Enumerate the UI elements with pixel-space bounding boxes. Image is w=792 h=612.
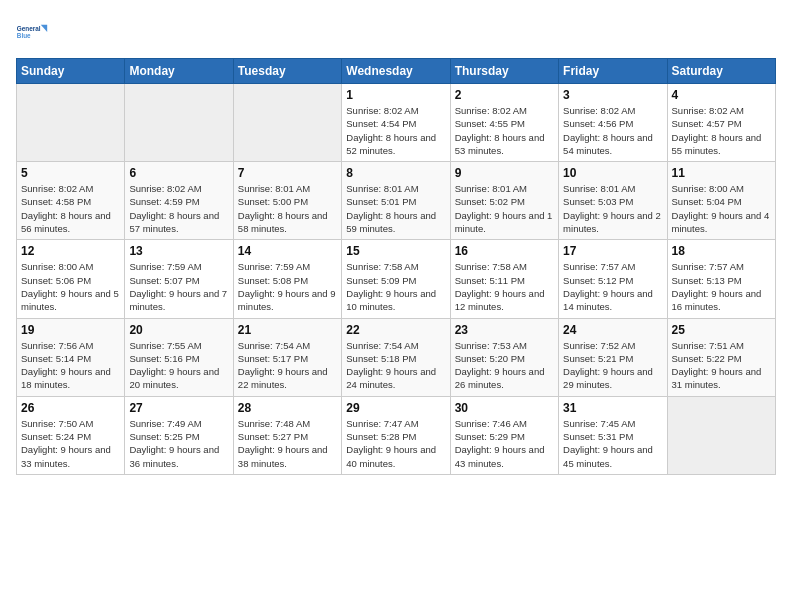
day-number: 7: [238, 166, 337, 180]
calendar-cell: 21Sunrise: 7:54 AM Sunset: 5:17 PM Dayli…: [233, 318, 341, 396]
day-number: 10: [563, 166, 662, 180]
calendar-cell: 12Sunrise: 8:00 AM Sunset: 5:06 PM Dayli…: [17, 240, 125, 318]
page-header: GeneralBlue: [16, 16, 776, 48]
calendar-cell: 10Sunrise: 8:01 AM Sunset: 5:03 PM Dayli…: [559, 162, 667, 240]
day-number: 1: [346, 88, 445, 102]
day-info: Sunrise: 8:00 AM Sunset: 5:04 PM Dayligh…: [672, 182, 771, 235]
day-number: 9: [455, 166, 554, 180]
calendar-cell: 17Sunrise: 7:57 AM Sunset: 5:12 PM Dayli…: [559, 240, 667, 318]
calendar-cell: 7Sunrise: 8:01 AM Sunset: 5:00 PM Daylig…: [233, 162, 341, 240]
day-number: 30: [455, 401, 554, 415]
calendar-cell: 27Sunrise: 7:49 AM Sunset: 5:25 PM Dayli…: [125, 396, 233, 474]
day-number: 21: [238, 323, 337, 337]
day-info: Sunrise: 7:45 AM Sunset: 5:31 PM Dayligh…: [563, 417, 662, 470]
day-info: Sunrise: 7:54 AM Sunset: 5:18 PM Dayligh…: [346, 339, 445, 392]
calendar-cell: 6Sunrise: 8:02 AM Sunset: 4:59 PM Daylig…: [125, 162, 233, 240]
calendar-cell: 19Sunrise: 7:56 AM Sunset: 5:14 PM Dayli…: [17, 318, 125, 396]
weekday-header-wednesday: Wednesday: [342, 59, 450, 84]
logo-icon: GeneralBlue: [16, 16, 48, 48]
day-info: Sunrise: 7:59 AM Sunset: 5:07 PM Dayligh…: [129, 260, 228, 313]
day-number: 6: [129, 166, 228, 180]
day-number: 16: [455, 244, 554, 258]
calendar-cell: 18Sunrise: 7:57 AM Sunset: 5:13 PM Dayli…: [667, 240, 775, 318]
day-info: Sunrise: 7:51 AM Sunset: 5:22 PM Dayligh…: [672, 339, 771, 392]
day-number: 23: [455, 323, 554, 337]
day-info: Sunrise: 8:00 AM Sunset: 5:06 PM Dayligh…: [21, 260, 120, 313]
day-info: Sunrise: 8:02 AM Sunset: 4:54 PM Dayligh…: [346, 104, 445, 157]
calendar-cell: 2Sunrise: 8:02 AM Sunset: 4:55 PM Daylig…: [450, 84, 558, 162]
day-info: Sunrise: 7:50 AM Sunset: 5:24 PM Dayligh…: [21, 417, 120, 470]
day-number: 18: [672, 244, 771, 258]
day-number: 26: [21, 401, 120, 415]
day-info: Sunrise: 7:56 AM Sunset: 5:14 PM Dayligh…: [21, 339, 120, 392]
calendar-cell: 16Sunrise: 7:58 AM Sunset: 5:11 PM Dayli…: [450, 240, 558, 318]
svg-text:General: General: [17, 25, 41, 32]
logo: GeneralBlue: [16, 16, 48, 48]
calendar-cell: [667, 396, 775, 474]
calendar-cell: 15Sunrise: 7:58 AM Sunset: 5:09 PM Dayli…: [342, 240, 450, 318]
day-info: Sunrise: 8:02 AM Sunset: 4:57 PM Dayligh…: [672, 104, 771, 157]
calendar-cell: 14Sunrise: 7:59 AM Sunset: 5:08 PM Dayli…: [233, 240, 341, 318]
calendar-cell: 23Sunrise: 7:53 AM Sunset: 5:20 PM Dayli…: [450, 318, 558, 396]
day-info: Sunrise: 8:02 AM Sunset: 4:55 PM Dayligh…: [455, 104, 554, 157]
day-info: Sunrise: 7:46 AM Sunset: 5:29 PM Dayligh…: [455, 417, 554, 470]
weekday-header-sunday: Sunday: [17, 59, 125, 84]
day-info: Sunrise: 7:49 AM Sunset: 5:25 PM Dayligh…: [129, 417, 228, 470]
calendar-cell: 22Sunrise: 7:54 AM Sunset: 5:18 PM Dayli…: [342, 318, 450, 396]
day-info: Sunrise: 8:01 AM Sunset: 5:01 PM Dayligh…: [346, 182, 445, 235]
day-number: 22: [346, 323, 445, 337]
day-info: Sunrise: 7:57 AM Sunset: 5:13 PM Dayligh…: [672, 260, 771, 313]
day-number: 15: [346, 244, 445, 258]
calendar-cell: 11Sunrise: 8:00 AM Sunset: 5:04 PM Dayli…: [667, 162, 775, 240]
calendar-cell: [233, 84, 341, 162]
day-number: 5: [21, 166, 120, 180]
calendar-table: SundayMondayTuesdayWednesdayThursdayFrid…: [16, 58, 776, 475]
day-info: Sunrise: 8:02 AM Sunset: 4:56 PM Dayligh…: [563, 104, 662, 157]
day-info: Sunrise: 7:59 AM Sunset: 5:08 PM Dayligh…: [238, 260, 337, 313]
weekday-header-tuesday: Tuesday: [233, 59, 341, 84]
day-info: Sunrise: 7:57 AM Sunset: 5:12 PM Dayligh…: [563, 260, 662, 313]
calendar-cell: [17, 84, 125, 162]
day-info: Sunrise: 7:58 AM Sunset: 5:09 PM Dayligh…: [346, 260, 445, 313]
day-number: 3: [563, 88, 662, 102]
day-number: 12: [21, 244, 120, 258]
day-info: Sunrise: 7:58 AM Sunset: 5:11 PM Dayligh…: [455, 260, 554, 313]
weekday-header-saturday: Saturday: [667, 59, 775, 84]
day-number: 31: [563, 401, 662, 415]
calendar-cell: 9Sunrise: 8:01 AM Sunset: 5:02 PM Daylig…: [450, 162, 558, 240]
calendar-cell: 20Sunrise: 7:55 AM Sunset: 5:16 PM Dayli…: [125, 318, 233, 396]
day-number: 27: [129, 401, 228, 415]
calendar-week-row: 19Sunrise: 7:56 AM Sunset: 5:14 PM Dayli…: [17, 318, 776, 396]
day-info: Sunrise: 8:01 AM Sunset: 5:00 PM Dayligh…: [238, 182, 337, 235]
day-number: 13: [129, 244, 228, 258]
day-info: Sunrise: 7:55 AM Sunset: 5:16 PM Dayligh…: [129, 339, 228, 392]
calendar-cell: 1Sunrise: 8:02 AM Sunset: 4:54 PM Daylig…: [342, 84, 450, 162]
day-number: 29: [346, 401, 445, 415]
day-number: 14: [238, 244, 337, 258]
calendar-cell: 26Sunrise: 7:50 AM Sunset: 5:24 PM Dayli…: [17, 396, 125, 474]
calendar-cell: 30Sunrise: 7:46 AM Sunset: 5:29 PM Dayli…: [450, 396, 558, 474]
day-number: 19: [21, 323, 120, 337]
calendar-cell: [125, 84, 233, 162]
day-number: 2: [455, 88, 554, 102]
day-number: 4: [672, 88, 771, 102]
day-number: 11: [672, 166, 771, 180]
weekday-header-row: SundayMondayTuesdayWednesdayThursdayFrid…: [17, 59, 776, 84]
day-number: 25: [672, 323, 771, 337]
calendar-week-row: 12Sunrise: 8:00 AM Sunset: 5:06 PM Dayli…: [17, 240, 776, 318]
calendar-cell: 8Sunrise: 8:01 AM Sunset: 5:01 PM Daylig…: [342, 162, 450, 240]
day-number: 24: [563, 323, 662, 337]
day-info: Sunrise: 7:48 AM Sunset: 5:27 PM Dayligh…: [238, 417, 337, 470]
calendar-cell: 28Sunrise: 7:48 AM Sunset: 5:27 PM Dayli…: [233, 396, 341, 474]
calendar-cell: 29Sunrise: 7:47 AM Sunset: 5:28 PM Dayli…: [342, 396, 450, 474]
calendar-cell: 31Sunrise: 7:45 AM Sunset: 5:31 PM Dayli…: [559, 396, 667, 474]
svg-marker-2: [41, 25, 47, 32]
day-info: Sunrise: 8:01 AM Sunset: 5:02 PM Dayligh…: [455, 182, 554, 235]
day-info: Sunrise: 8:01 AM Sunset: 5:03 PM Dayligh…: [563, 182, 662, 235]
day-info: Sunrise: 7:52 AM Sunset: 5:21 PM Dayligh…: [563, 339, 662, 392]
day-info: Sunrise: 7:53 AM Sunset: 5:20 PM Dayligh…: [455, 339, 554, 392]
weekday-header-thursday: Thursday: [450, 59, 558, 84]
day-info: Sunrise: 8:02 AM Sunset: 4:58 PM Dayligh…: [21, 182, 120, 235]
day-info: Sunrise: 7:54 AM Sunset: 5:17 PM Dayligh…: [238, 339, 337, 392]
weekday-header-friday: Friday: [559, 59, 667, 84]
